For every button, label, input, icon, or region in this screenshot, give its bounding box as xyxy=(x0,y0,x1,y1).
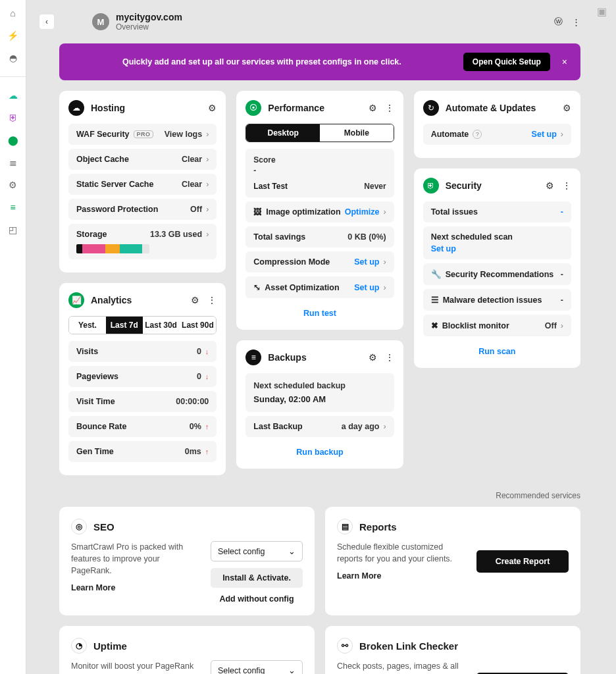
seo-select-config[interactable]: Select config⌄ xyxy=(211,541,303,561)
nav-box-icon[interactable]: ◰ xyxy=(7,223,20,236)
tab-yesterday[interactable]: Yest. xyxy=(69,317,106,334)
create-report-button[interactable]: Create Report xyxy=(476,550,569,573)
security-next-scan: Next scheduled scan Set up xyxy=(423,226,571,259)
asset-opt-label: Asset Optimization xyxy=(265,283,339,292)
banner-message: Quickly add and set up all our services … xyxy=(72,57,451,66)
tab-mobile[interactable]: Mobile xyxy=(320,124,394,142)
open-quick-setup-button[interactable]: Open Quick Setup xyxy=(463,53,550,71)
side-navigation: ⌂ ⚡ ◓ ☁ ⛨ ⬤ ≣ ⚙ ≡ ◰ xyxy=(0,0,26,674)
tab-last-30d[interactable]: Last 30d xyxy=(143,317,180,334)
wordpress-icon[interactable]: ⓦ xyxy=(554,16,563,28)
uptime-text: Monitor will boost your PageRank and tra… xyxy=(71,661,193,674)
analytics-icon: 📈 xyxy=(68,292,84,308)
security-title: Security xyxy=(446,180,482,191)
nav-home-icon[interactable]: ⌂ xyxy=(7,7,20,20)
seo-select-label: Select config xyxy=(218,547,265,556)
stack-icon: ☰ xyxy=(431,295,439,305)
hosting-row-waf[interactable]: WAF Security PRO View logs› xyxy=(68,124,217,145)
score-value: - xyxy=(253,166,386,175)
wrench-icon: 🔧 xyxy=(431,269,442,279)
banner-close-icon[interactable]: × xyxy=(562,57,567,67)
seo-add-without-config[interactable]: Add without config xyxy=(211,594,303,604)
nav-shield-icon[interactable]: ⛨ xyxy=(7,111,20,124)
nav-plugins-icon[interactable]: ⚡ xyxy=(7,29,20,42)
analytics-settings-icon[interactable]: ⚙ xyxy=(191,295,199,305)
nav-settings-icon[interactable]: ⚙ xyxy=(7,178,20,192)
perf-row-asset-opt[interactable]: ⤡ Asset Optimization Set up› xyxy=(245,276,394,298)
last-test-label: Last Test xyxy=(253,182,288,191)
run-test-link[interactable]: Run test xyxy=(245,302,394,321)
automate-row[interactable]: Automate ? Set up› xyxy=(423,124,571,145)
hosting-row-static-cache[interactable]: Static Server Cache Clear› xyxy=(68,174,217,195)
analytics-row-visit-time: Visit Time 00:00:00 xyxy=(68,391,217,412)
performance-settings-icon[interactable]: ⚙ xyxy=(369,103,377,113)
security-row-recommendations[interactable]: 🔧 Security Recommendations - xyxy=(423,263,571,285)
help-icon[interactable]: ? xyxy=(473,130,482,139)
back-button[interactable]: ‹ xyxy=(39,14,54,29)
security-setup-link[interactable]: Set up xyxy=(431,244,456,253)
chevron-right-icon: › xyxy=(561,321,563,330)
backups-settings-icon[interactable]: ⚙ xyxy=(369,352,377,363)
nav-speed-icon[interactable]: ⬤ xyxy=(7,134,20,147)
automate-settings-icon[interactable]: ⚙ xyxy=(563,103,571,113)
blocklist-value: Off xyxy=(545,321,557,330)
uptime-card: ◔Uptime Monitor will boost your PageRank… xyxy=(59,626,315,674)
backups-more-icon[interactable]: ⋮ xyxy=(385,352,394,363)
security-settings-icon[interactable]: ⚙ xyxy=(546,180,554,191)
gen-time-value: 0ms xyxy=(185,447,201,456)
visit-time-value: 00:00:00 xyxy=(176,397,209,406)
run-scan-link[interactable]: Run scan xyxy=(423,340,571,359)
header-more-icon[interactable]: ⋮ xyxy=(572,17,580,27)
hosting-settings-icon[interactable]: ⚙ xyxy=(208,103,217,113)
seo-learn-more[interactable]: Learn More xyxy=(71,582,199,594)
quick-setup-banner: Quickly add and set up all our services … xyxy=(59,43,580,80)
performance-more-icon[interactable]: ⋮ xyxy=(385,103,394,113)
chevron-right-icon: › xyxy=(383,257,386,267)
password-value: Off xyxy=(190,205,202,214)
run-backup-link[interactable]: Run backup xyxy=(245,441,394,459)
security-more-icon[interactable]: ⋮ xyxy=(562,180,571,191)
object-cache-label: Object Cache xyxy=(76,155,129,164)
chevron-right-icon: › xyxy=(206,130,209,139)
reports-card: ▤Reports Schedule flexible customized re… xyxy=(325,507,580,615)
analytics-row-bounce: Bounce Rate 0% ↑ xyxy=(68,416,217,437)
panel-toggle-icon[interactable]: ▣ xyxy=(597,5,607,18)
blc-title: Broken Link Checker xyxy=(359,640,458,652)
uptime-select-label: Select config xyxy=(218,666,265,675)
hosting-waf-label: WAF Security xyxy=(76,130,130,139)
static-cache-value: Clear xyxy=(182,180,202,189)
savings-value: 0 KB (0%) xyxy=(347,232,386,242)
hosting-row-password[interactable]: Password Protection Off› xyxy=(68,199,217,220)
hosting-row-object-cache[interactable]: Object Cache Clear› xyxy=(68,149,217,170)
performance-title: Performance xyxy=(268,103,324,113)
seo-text: SmartCrawl Pro is packed with features t… xyxy=(71,542,183,575)
last-backup-row[interactable]: Last Backup a day ago› xyxy=(245,416,394,437)
tab-desktop[interactable]: Desktop xyxy=(246,124,320,142)
perf-row-compression[interactable]: Compression Mode Set up› xyxy=(245,251,394,272)
total-issues-label: Total issues xyxy=(431,207,478,217)
object-cache-value: Clear xyxy=(182,155,202,164)
arrow-up-icon: ↑ xyxy=(205,423,209,430)
nav-layers-icon[interactable]: ≣ xyxy=(7,156,20,169)
nav-globe-icon[interactable]: ◓ xyxy=(7,51,20,65)
analytics-more-icon[interactable]: ⋮ xyxy=(207,295,217,305)
security-row-malware[interactable]: ☰ Malware detection issues - xyxy=(423,289,571,311)
visit-time-label: Visit Time xyxy=(76,397,115,406)
tab-last-90d[interactable]: Last 90d xyxy=(179,317,216,334)
savings-label: Total savings xyxy=(253,232,305,242)
uptime-select-config[interactable]: Select config⌄ xyxy=(211,660,303,674)
perf-row-image-opt[interactable]: 🖼 Image optimization Optimize› xyxy=(245,201,394,222)
analytics-range-tabs: Yest. Last 7d Last 30d Last 90d xyxy=(68,316,217,334)
total-issues-value: - xyxy=(561,207,563,217)
tab-last-7d[interactable]: Last 7d xyxy=(106,317,143,334)
last-backup-value: a day ago xyxy=(342,422,380,431)
seo-install-button[interactable]: Install & Activate. xyxy=(211,568,303,588)
security-row-blocklist[interactable]: ✖ Blocklist monitor Off› xyxy=(423,315,571,336)
analytics-row-gen-time: Gen Time 0ms ↑ xyxy=(68,441,217,462)
hosting-row-storage[interactable]: Storage 13.3 GB used› xyxy=(68,224,217,259)
nav-cloud-icon[interactable]: ☁ xyxy=(7,89,20,102)
nav-bars-icon[interactable]: ≡ xyxy=(7,201,20,214)
sec-rec-value: - xyxy=(561,270,563,279)
reports-learn-more[interactable]: Learn More xyxy=(337,570,465,582)
next-scan-label: Next scheduled scan xyxy=(431,232,513,242)
